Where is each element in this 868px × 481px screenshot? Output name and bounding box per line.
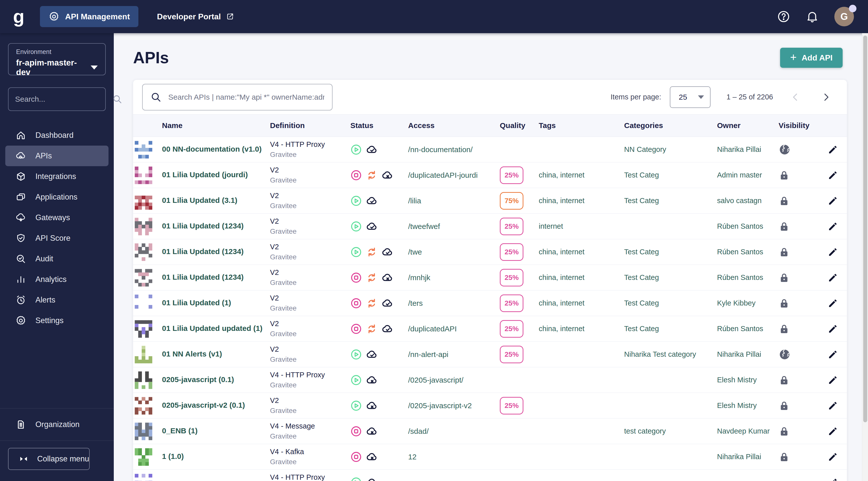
table-row: 01 Lilia Updated (1234) V2 Gravitee /twe… — [133, 214, 847, 239]
column-header-visibility: Visibility — [779, 121, 819, 130]
status-deployment-not-synced-icon — [381, 271, 394, 284]
collapse-menu-button[interactable]: Collapse menu — [8, 448, 90, 470]
owner-cell: Elesh Mistry — [717, 376, 779, 384]
sidebar-search-input[interactable] — [15, 95, 112, 103]
api-name-link[interactable]: 01 Lilia Updated (1) — [162, 298, 231, 307]
sidebar-item-label: Applications — [35, 193, 78, 201]
sidebar-item-gateways[interactable]: Gateways — [5, 207, 108, 228]
edit-api-button[interactable] — [828, 477, 838, 481]
developer-portal-link[interactable]: Developer Portal — [157, 12, 234, 21]
pencil-icon — [828, 247, 838, 257]
api-name-link[interactable]: 00 NN-documentation (v1.0) — [162, 145, 262, 153]
edit-api-button[interactable] — [828, 196, 838, 206]
status-out-of-sync-icon — [366, 169, 377, 181]
api-search-input[interactable] — [168, 93, 324, 101]
items-per-page-label: Items per page: — [611, 93, 661, 101]
api-name-link[interactable]: 01 Lilia Updated (1234) — [162, 273, 244, 281]
quality-badge: 25% — [500, 269, 523, 286]
edit-api-button[interactable] — [828, 349, 838, 360]
owner-cell: Navdeep Kumar — [717, 427, 779, 435]
edit-api-button[interactable] — [828, 247, 838, 257]
help-icon[interactable] — [777, 10, 790, 23]
api-name-link[interactable]: 0205-javascript-v2 (0.1) — [162, 401, 245, 410]
edit-api-button[interactable] — [828, 426, 838, 437]
alarm-icon — [15, 294, 26, 306]
api-name-link[interactable]: 01 Lilia Updated (3.1) — [162, 196, 237, 204]
sidebar-item-organization[interactable]: Organization — [0, 409, 114, 441]
environment-select[interactable]: Environment fr-apim-master-dev — [8, 43, 106, 75]
categories-cell: test category — [624, 427, 717, 435]
topbar-actions: G — [777, 7, 854, 26]
api-name-link[interactable]: 1 (1.0) — [162, 452, 184, 461]
table-body: 00 NN-documentation (v1.0) V4 - HTTP Pro… — [133, 137, 847, 481]
shield-check-icon — [15, 233, 26, 244]
edit-api-button[interactable] — [828, 400, 838, 411]
definition-version: V4 - HTTP Proxy — [270, 140, 350, 149]
edit-api-button[interactable] — [828, 298, 838, 309]
status-started-icon — [350, 349, 362, 360]
api-name-link[interactable]: 01 Lilia Updated (1234) — [162, 247, 244, 256]
table-row: 01 Lilia Updated (1) V2 Gravitee /ters 2… — [133, 290, 847, 316]
definition-version: V4 - Message — [270, 422, 350, 430]
visibility-private-lock-icon — [779, 400, 819, 411]
status-deployment-synced-icon — [366, 477, 378, 481]
quality-badge: 25% — [500, 243, 523, 261]
chevron-down-icon — [91, 66, 98, 69]
status-cell — [350, 451, 408, 463]
sidebar-item-analytics[interactable]: Analytics — [5, 269, 108, 290]
sidebar-item-integrations[interactable]: Integrations — [5, 166, 108, 187]
scrollbar-thumb[interactable] — [863, 36, 867, 422]
sidebar-item-label: Audit — [35, 254, 53, 263]
add-api-button[interactable]: + Add API — [780, 48, 843, 68]
user-avatar[interactable]: G — [834, 7, 854, 26]
next-page-button[interactable] — [818, 89, 834, 105]
sidebar-item-applications[interactable]: Applications — [5, 187, 108, 207]
table-row: 01 Lilia Updated (jourdi) V2 Gravitee /d… — [133, 162, 847, 188]
table-row: 01 NN Alerts (v1) V2 Gravitee /nn-alert-… — [133, 342, 847, 367]
edit-api-button[interactable] — [828, 324, 838, 334]
status-started-icon — [350, 221, 362, 232]
previous-page-button[interactable] — [787, 89, 804, 105]
api-name-link[interactable]: 0_ENB (1) — [162, 426, 198, 435]
api-avatar — [133, 242, 153, 262]
api-name-link[interactable]: 01 Lilia Updated updated (1) — [162, 324, 262, 333]
tags-cell: china, internet — [539, 171, 624, 179]
sidebar-item-api-score[interactable]: API Score — [5, 228, 108, 249]
status-out-of-sync-icon — [366, 297, 377, 309]
visibility-private-lock-icon — [779, 272, 819, 283]
definition-version: V2 — [270, 192, 350, 200]
table-row: 1 (1.0) V4 - Kafka Gravitee 12 Niharika … — [133, 444, 847, 470]
items-per-page-select[interactable]: 25 — [670, 86, 711, 108]
pencil-icon — [828, 272, 838, 283]
table-row: 0205-javascript-v2 (0.1) V2 Gravitee /02… — [133, 393, 847, 418]
sidebar-item-label: Settings — [35, 316, 64, 325]
sidebar-item-audit[interactable]: Audit — [5, 249, 108, 269]
api-name-link[interactable]: 01 Lilia Updated (1234) — [162, 222, 244, 230]
definition-vendor: Gravitee — [270, 202, 350, 210]
edit-api-button[interactable] — [828, 375, 838, 385]
sidebar-item-dashboard[interactable]: Dashboard — [5, 125, 108, 146]
sidebar-item-alerts[interactable]: Alerts — [5, 290, 108, 310]
sidebar-item-apis[interactable]: APIs — [5, 146, 108, 166]
status-started-icon — [350, 400, 362, 412]
api-name-link[interactable]: 01 NN Alerts (v1) — [162, 350, 222, 358]
developer-portal-label: Developer Portal — [157, 12, 221, 21]
status-started-icon — [350, 195, 362, 206]
gravitee-logo: g — [13, 7, 24, 26]
edit-api-button[interactable] — [828, 145, 838, 155]
edit-api-button[interactable] — [828, 221, 838, 232]
definition-version: V4 - HTTP Proxy — [270, 371, 350, 379]
quality-badge: 25% — [500, 320, 523, 338]
api-name-link[interactable]: 0205-javascript (0.1) — [162, 375, 234, 384]
edit-api-button[interactable] — [828, 272, 838, 283]
sidebar-item-label: Integrations — [35, 172, 76, 181]
edit-api-button[interactable] — [828, 452, 838, 462]
definition-vendor: Gravitee — [270, 432, 350, 440]
api-name-link[interactable]: 01 Lilia Updated (jourdi) — [162, 170, 248, 179]
api-avatar — [133, 473, 153, 481]
api-avatar — [133, 267, 153, 288]
sidebar-item-settings[interactable]: Settings — [5, 310, 108, 331]
notifications-bell-icon[interactable] — [806, 10, 819, 23]
api-management-button[interactable]: API Management — [40, 6, 138, 27]
edit-api-button[interactable] — [828, 170, 838, 181]
